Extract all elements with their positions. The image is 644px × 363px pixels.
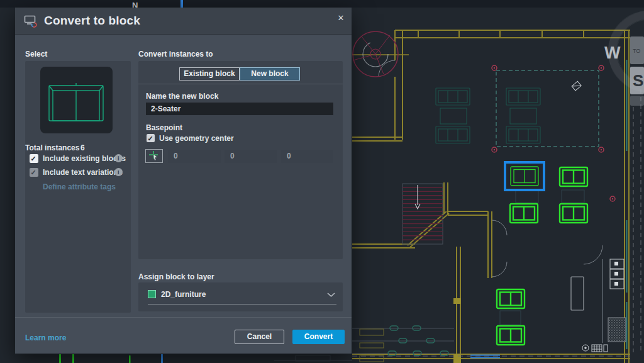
- dialog-title: Convert to block: [44, 14, 140, 28]
- learn-more-link[interactable]: Learn more: [25, 333, 66, 342]
- layer-color-swatch: [148, 290, 156, 298]
- include-existing-checkbox[interactable]: [30, 154, 38, 163]
- layer-select-value[interactable]: 2D_furniture: [161, 290, 206, 299]
- convert-button[interactable]: Convert: [292, 330, 345, 344]
- viewcube-top-label: TO: [633, 48, 640, 54]
- use-geometry-center-label: Use geometry center: [159, 134, 234, 143]
- block-preview-tile: [40, 67, 113, 133]
- north-needle: [180, 0, 183, 8]
- convert-to-block-dialog: Convert to block ✕ Select Total instance…: [15, 8, 352, 354]
- info-icon[interactable]: [114, 168, 123, 176]
- existing-block-toggle[interactable]: Existing block: [179, 67, 240, 81]
- basepoint-z-field[interactable]: 0: [281, 150, 333, 163]
- name-block-label: Name the new block: [146, 92, 218, 101]
- canvas-top-strip: [0, 0, 644, 8]
- select-section-heading: Select: [25, 50, 47, 59]
- info-icon[interactable]: [114, 154, 123, 162]
- total-instances-value: 6: [80, 143, 85, 152]
- block-name-input[interactable]: [146, 103, 333, 115]
- hatched-area: [608, 318, 626, 342]
- crosshair-pick-icon: [148, 150, 160, 161]
- total-instances-label: Total instances: [25, 143, 79, 152]
- assign-layer-heading: Assign block to layer: [138, 272, 214, 281]
- close-icon[interactable]: ✕: [334, 11, 348, 25]
- convert-section-heading: Convert instances to: [138, 50, 213, 59]
- pick-basepoint-button[interactable]: [145, 149, 163, 163]
- compass-west-label: W: [604, 43, 621, 62]
- chevron-down-icon[interactable]: [327, 293, 335, 298]
- include-existing-label: Include existing blocks: [43, 154, 126, 163]
- include-text-variations-label: Include text variations: [43, 168, 123, 177]
- block-preview-sofa: [40, 67, 113, 133]
- include-text-variations-checkbox[interactable]: [30, 168, 38, 177]
- application-window: W TO S N Convert to blo: [0, 0, 644, 363]
- layer-select-underline: [148, 304, 336, 304]
- basepoint-label: Basepoint: [146, 123, 182, 132]
- compass-south-label: S: [633, 71, 643, 90]
- use-geometry-center-checkbox[interactable]: [147, 134, 155, 142]
- define-attribute-tags-link[interactable]: Define attribute tags: [43, 182, 116, 191]
- dialog-titlebar: Convert to block ✕: [15, 8, 352, 35]
- basepoint-y-field[interactable]: 0: [225, 150, 277, 163]
- new-block-toggle[interactable]: New block: [240, 67, 300, 81]
- convert-block-icon: [24, 14, 39, 28]
- basepoint-x-field[interactable]: 0: [168, 150, 221, 163]
- cancel-button[interactable]: Cancel: [235, 330, 284, 344]
